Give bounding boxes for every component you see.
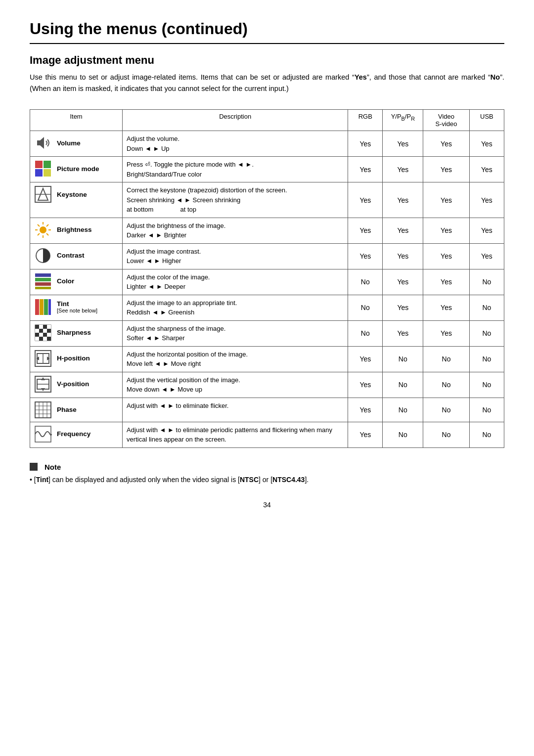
ypbpr-vposition: No <box>383 372 423 398</box>
item-label: V-position <box>57 380 89 388</box>
table-row: Tint [See note below] Adjust the image t… <box>30 295 504 320</box>
adjustment-table: Item Description RGB Y/PB/PR VideoS-vide… <box>30 109 504 448</box>
desc-volume: Adjust the volume.Down ◄ ► Up <box>123 131 348 157</box>
usb-sharpness: No <box>469 320 504 346</box>
header-video-svideo: VideoS-video <box>423 110 470 131</box>
table-row: Frequency Adjust with ◄ ► to eliminate p… <box>30 422 504 447</box>
video-picture-mode: Yes <box>423 157 470 182</box>
table-row: Brightness Adjust the brightness of the … <box>30 218 504 243</box>
brightness-icon <box>34 221 52 239</box>
rgb-frequency: Yes <box>348 422 383 447</box>
video-phase: No <box>423 398 470 422</box>
table-row: Picture mode Press ⏎. Toggle the picture… <box>30 157 504 182</box>
note-label: Note <box>44 463 61 471</box>
rgb-volume: Yes <box>348 131 383 157</box>
ypbpr-frequency: No <box>383 422 423 447</box>
rgb-keystone: Yes <box>348 182 383 218</box>
table-row: Contrast Adjust the image contrast.Lower… <box>30 243 504 269</box>
item-label: Picture mode <box>57 165 99 173</box>
video-brightness: Yes <box>423 218 470 243</box>
note-section: Note • [Tint] can be displayed and adjus… <box>30 463 504 486</box>
video-sharpness: Yes <box>423 320 470 346</box>
item-label: Sharpness <box>57 329 91 336</box>
usb-frequency: No <box>469 422 504 447</box>
video-volume: Yes <box>423 131 470 157</box>
table-row: Sharpness Adjust the sharpness of the im… <box>30 320 504 346</box>
note-icon <box>30 463 38 471</box>
desc-contrast: Adjust the image contrast.Lower ◄ ► High… <box>123 243 348 269</box>
desc-picture-mode: Press ⏎. Toggle the picture mode with ◄ … <box>123 157 348 182</box>
item-label: Brightness <box>57 226 92 233</box>
table-row: V-position Adjust the vertical position … <box>30 372 504 398</box>
item-label: Frequency <box>57 430 90 438</box>
video-color: Yes <box>423 269 470 295</box>
rgb-color: No <box>348 269 383 295</box>
usb-keystone: Yes <box>469 182 504 218</box>
desc-frequency: Adjust with ◄ ► to eliminate periodic pa… <box>123 422 348 447</box>
tint-icon <box>34 298 52 316</box>
desc-hposition: Adjust the horizontal position of the im… <box>123 346 348 372</box>
usb-contrast: Yes <box>469 243 504 269</box>
usb-tint: No <box>469 295 504 320</box>
ypbpr-keystone: Yes <box>383 182 423 218</box>
hposition-icon <box>34 350 52 367</box>
phase-icon <box>34 401 52 419</box>
video-vposition: No <box>423 372 470 398</box>
usb-picture-mode: Yes <box>469 157 504 182</box>
vposition-icon <box>34 375 52 393</box>
rgb-brightness: Yes <box>348 218 383 243</box>
volume-icon <box>34 134 52 152</box>
sharpness-icon <box>34 324 52 342</box>
ypbpr-phase: No <box>383 398 423 422</box>
table-row: H-position Adjust the horizontal positio… <box>30 346 504 372</box>
video-frequency: No <box>423 422 470 447</box>
item-label: Volume <box>57 139 81 147</box>
usb-brightness: Yes <box>469 218 504 243</box>
table-row: Phase Adjust with ◄ ► to eliminate flick… <box>30 398 504 422</box>
header-description: Description <box>123 110 348 131</box>
item-label: H-position <box>57 355 90 362</box>
header-rgb: RGB <box>348 110 383 131</box>
page-number: 34 <box>30 501 504 509</box>
header-ypbpr: Y/PB/PR <box>383 110 423 131</box>
video-keystone: Yes <box>423 182 470 218</box>
picture-mode-icon <box>34 160 52 178</box>
section-title: Image adjustment menu <box>30 54 504 67</box>
item-label: Tint <box>57 300 97 308</box>
rgb-tint: No <box>348 295 383 320</box>
desc-color: Adjust the color of the image.Lighter ◄ … <box>123 269 348 295</box>
item-label: Phase <box>57 406 77 413</box>
ypbpr-volume: Yes <box>383 131 423 157</box>
video-tint: Yes <box>423 295 470 320</box>
page-title: Using the menus (continued) <box>30 20 504 44</box>
color-icon <box>34 272 52 290</box>
item-label: Keystone <box>57 191 87 198</box>
keystone-icon <box>34 185 52 203</box>
frequency-icon <box>34 425 52 443</box>
ypbpr-tint: Yes <box>383 295 423 320</box>
ypbpr-hposition: No <box>383 346 423 372</box>
desc-phase: Adjust with ◄ ► to eliminate flicker. <box>123 398 348 422</box>
ypbpr-color: Yes <box>383 269 423 295</box>
desc-vposition: Adjust the vertical position of the imag… <box>123 372 348 398</box>
usb-vposition: No <box>469 372 504 398</box>
usb-color: No <box>469 269 504 295</box>
item-sublabel: [See note below] <box>57 308 97 313</box>
rgb-picture-mode: Yes <box>348 157 383 182</box>
desc-keystone: Correct the keystone (trapezoid) distort… <box>123 182 348 218</box>
video-contrast: Yes <box>423 243 470 269</box>
usb-hposition: No <box>469 346 504 372</box>
item-label: Contrast <box>57 252 85 259</box>
intro-text: Use this menu to set or adjust image-rel… <box>30 72 504 94</box>
ypbpr-picture-mode: Yes <box>383 157 423 182</box>
table-row: Color Adjust the color of the image.Ligh… <box>30 269 504 295</box>
desc-tint: Adjust the image to an appropriate tint.… <box>123 295 348 320</box>
desc-sharpness: Adjust the sharpness of the image.Softer… <box>123 320 348 346</box>
ypbpr-contrast: Yes <box>383 243 423 269</box>
table-row: Volume Adjust the volume.Down ◄ ► Up Yes… <box>30 131 504 157</box>
video-hposition: No <box>423 346 470 372</box>
usb-volume: Yes <box>469 131 504 157</box>
ypbpr-sharpness: Yes <box>383 320 423 346</box>
item-label: Color <box>57 277 74 285</box>
rgb-phase: Yes <box>348 398 383 422</box>
